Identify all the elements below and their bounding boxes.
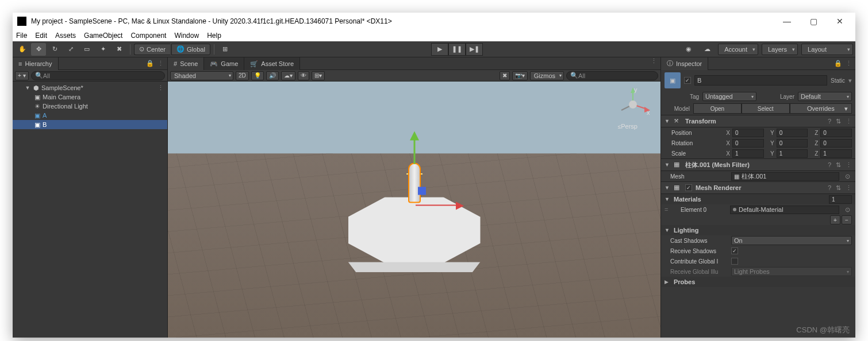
hierarchy-item[interactable]: ▣ A [13,111,167,120]
rotation-x[interactable]: 0 [732,139,764,148]
menu-edit[interactable]: Edit [35,32,47,40]
fx-toggle-icon[interactable]: ☁▾ [281,71,295,80]
move-tool-icon[interactable]: ✥ [31,43,46,56]
receive-shadows-checkbox[interactable]: ✓ [731,247,738,254]
2d-toggle[interactable]: 2D [236,71,249,80]
mesh-field[interactable]: ▦柱体.001 [731,172,839,181]
rect-tool-icon[interactable]: ▭ [79,43,94,56]
mesh-filter-component[interactable]: ▼ ▦ 柱体.001 (Mesh Filter) ?⇅⋮ [661,158,855,171]
transform-component[interactable]: ▼ ⤧ Transform ?⇅⋮ [661,115,855,127]
preset-icon[interactable]: ⇅ [836,184,841,192]
object-picker-icon[interactable]: ⊙ [843,173,852,180]
active-checkbox[interactable]: ✓ [684,77,691,84]
y-axis-arrow[interactable] [410,131,419,140]
materials-count[interactable]: 1 [829,195,852,204]
cloud-icon[interactable]: ☁ [700,43,715,56]
menu-gameobject[interactable]: GameObject [84,32,122,40]
layers-dropdown[interactable]: Layers [762,44,798,55]
add-material-button[interactable]: + [830,215,840,224]
panel-lock-icon[interactable]: 🔒 [834,60,842,67]
custom-tool-icon[interactable]: ✖ [112,43,126,56]
scene-row[interactable]: ▼ ⬢ SampleScene* ⋮ [13,83,167,92]
gameobject-icon[interactable]: ▣ [665,72,681,88]
component-menu-icon[interactable]: ⋮ [846,184,852,192]
scale-y[interactable]: 1 [777,149,808,158]
close-button[interactable]: ✕ [827,13,853,30]
rotation-y[interactable]: 0 [777,139,808,148]
account-dropdown[interactable]: Account [718,44,758,55]
preset-icon[interactable]: ⇅ [836,118,841,125]
menu-help[interactable]: Help [207,32,221,40]
help-icon[interactable]: ? [828,184,831,192]
hierarchy-search[interactable]: 🔍 All [31,71,165,80]
space-toggle[interactable]: 🌐Global [171,44,210,55]
static-dropdown-icon[interactable]: ▾ [848,77,852,84]
tag-dropdown[interactable]: Untagged [702,92,756,101]
menu-assets[interactable]: Assets [55,32,76,40]
game-tab[interactable]: 🎮 Game [204,57,244,70]
overrides-dropdown[interactable]: Overrides▾ [790,103,852,114]
create-dropdown[interactable]: + ▾ [15,71,29,80]
object-picker-icon[interactable]: ⊙ [843,206,852,214]
panel-menu-icon[interactable]: ⋮ [651,57,657,69]
help-icon[interactable]: ? [828,118,831,125]
collab-icon[interactable]: ◉ [681,43,696,56]
snap-toggle-icon[interactable]: ⊞ [218,43,233,56]
position-x[interactable]: 0 [732,129,764,137]
maximize-button[interactable]: ▢ [800,13,827,30]
object-name-field[interactable] [694,75,827,86]
lighting-toggle-icon[interactable]: 💡 [251,71,264,80]
position-y[interactable]: 0 [777,129,808,137]
projection-label[interactable]: ≤Persp [618,123,637,130]
pivot-toggle[interactable]: ⊙Center [134,44,170,55]
select-button[interactable]: Select [742,103,790,114]
renderer-enable-checkbox[interactable]: ✓ [685,184,692,191]
rotate-tool-icon[interactable]: ↻ [47,43,62,56]
hierarchy-item[interactable]: ▣ Main Camera [13,92,167,102]
component-menu-icon[interactable]: ⋮ [846,161,852,169]
material-field[interactable]: Default-Material [730,206,839,214]
audio-toggle-icon[interactable]: 🔊 [266,71,279,80]
scale-tool-icon[interactable]: ⤢ [63,43,78,56]
preset-icon[interactable]: ⇅ [836,161,841,169]
grid-toggle-icon[interactable]: ⊞▾ [312,71,325,80]
transform-tool-icon[interactable]: ✦ [95,43,110,56]
help-icon[interactable]: ? [828,161,831,169]
scene-viewport[interactable]: y x ≤Persp [168,82,660,338]
scene-tab[interactable]: # Scene [168,57,204,70]
shading-dropdown[interactable]: Shaded [170,71,233,80]
component-menu-icon[interactable]: ⋮ [846,118,852,125]
tools-icon[interactable]: ✖ [500,71,510,80]
panel-lock-icon[interactable]: 🔒 [146,60,154,67]
rotation-z[interactable]: 0 [820,139,852,148]
minimize-button[interactable]: — [774,13,800,30]
open-button[interactable]: Open [693,103,742,114]
scale-x[interactable]: 1 [732,149,764,158]
hierarchy-tab[interactable]: ≡ Hierarchy [13,57,59,70]
gizmos-dropdown[interactable]: Gizmos [530,71,564,80]
asset-store-tab[interactable]: 🛒 Asset Store [244,57,300,70]
menu-window[interactable]: Window [174,32,199,40]
layer-dropdown[interactable]: Default [798,92,852,101]
pause-button[interactable]: ❚❚ [448,43,466,56]
scale-z[interactable]: 1 [820,149,852,158]
position-z[interactable]: 0 [820,129,852,137]
layout-dropdown[interactable]: Layout [801,44,853,55]
inspector-tab[interactable]: ⓘ Inspector [661,57,708,70]
remove-material-button[interactable]: − [842,215,852,224]
cast-shadows-dropdown[interactable]: On [731,236,852,245]
mesh-renderer-component[interactable]: ▼ ▦ ✓ Mesh Renderer ?⇅⋮ [661,181,855,194]
hierarchy-item[interactable]: ☀ Directional Light [13,102,167,111]
hierarchy-item-selected[interactable]: ▣ B [13,120,167,129]
hidden-toggle-icon[interactable]: 👁 [298,71,309,80]
z-axis-handle[interactable] [418,187,426,195]
menu-component[interactable]: Component [130,32,166,40]
step-button[interactable]: ▶❚ [466,43,483,56]
panel-menu-icon[interactable]: ⋮ [846,60,852,67]
orientation-gizmo[interactable]: y x [616,87,650,122]
scene-menu-icon[interactable]: ⋮ [158,84,167,92]
play-button[interactable]: ▶ [431,43,448,56]
x-axis-arrow[interactable] [456,202,464,210]
panel-menu-icon[interactable]: ⋮ [158,60,164,67]
hand-tool-icon[interactable]: ✋ [15,43,30,56]
